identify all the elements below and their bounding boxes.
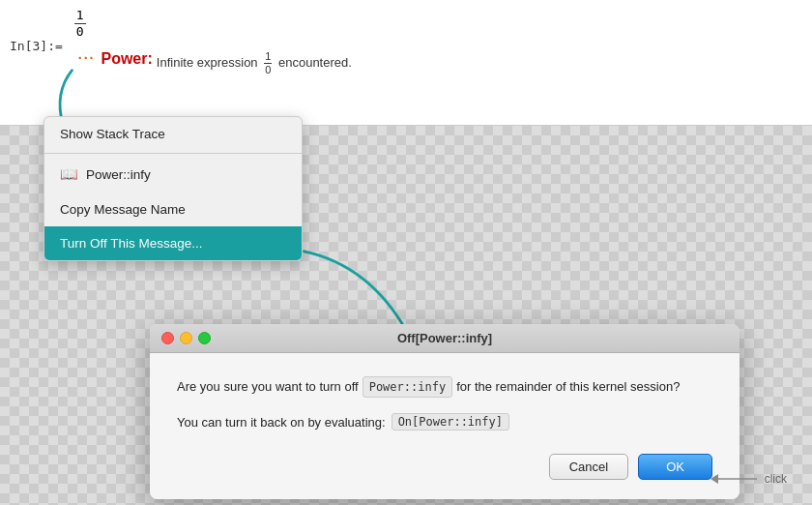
titlebar-buttons bbox=[161, 332, 211, 344]
power-infy-label: Power::infy bbox=[86, 167, 151, 182]
dialog-window: Off[Power::infy] Are you sure you want t… bbox=[150, 324, 740, 499]
minimize-button[interactable] bbox=[180, 332, 192, 344]
svg-marker-3 bbox=[710, 474, 718, 484]
turn-off-message-label: Turn Off This Message... bbox=[60, 236, 203, 251]
cell-input-row: 1 0 bbox=[71, 8, 802, 39]
click-arrow-icon bbox=[710, 470, 759, 488]
menu-item-turn-off-message[interactable]: Turn Off This Message... bbox=[44, 226, 302, 260]
question-code: Power::infy bbox=[362, 376, 452, 398]
click-label: click bbox=[765, 472, 787, 486]
menu-separator bbox=[44, 153, 302, 154]
copy-message-name-label: Copy Message Name bbox=[60, 202, 186, 217]
info-prefix: You can turn it back on by evaluating: bbox=[177, 415, 386, 430]
info-code: On[Power::infy] bbox=[392, 413, 509, 431]
dialog-body: Are you sure you want to turn off Power:… bbox=[150, 353, 740, 499]
question-prefix: Are you sure you want to turn off bbox=[177, 377, 359, 397]
cell-content: 1 0 ··· Power: Infinite expression 1 0 e… bbox=[71, 8, 802, 83]
ok-button[interactable]: OK bbox=[638, 454, 712, 480]
click-hint-area: click bbox=[710, 470, 787, 488]
dialog-question: Are you sure you want to turn off Power:… bbox=[177, 376, 712, 398]
message-text: Infinite expression 1 0 encountered. bbox=[157, 50, 352, 76]
close-button[interactable] bbox=[161, 332, 174, 344]
menu-item-copy-message-name[interactable]: Copy Message Name bbox=[44, 193, 302, 226]
cancel-button[interactable]: Cancel bbox=[549, 454, 628, 480]
show-stack-trace-label: Show Stack Trace bbox=[60, 127, 165, 141]
menu-item-show-stack-trace[interactable]: Show Stack Trace bbox=[44, 117, 302, 151]
cell-fraction: 1 0 bbox=[74, 8, 86, 39]
context-menu: Show Stack Trace 📖 Power::infy Copy Mess… bbox=[44, 116, 303, 261]
dialog-info: You can turn it back on by evaluating: O… bbox=[177, 413, 712, 431]
menu-item-power-infy[interactable]: 📖 Power::infy bbox=[44, 156, 302, 193]
cell-label: In[3]:= bbox=[10, 8, 63, 53]
message-row: ··· Power: Infinite expression 1 0 encou… bbox=[71, 45, 802, 82]
book-icon: 📖 bbox=[60, 165, 78, 183]
dialog-titlebar: Off[Power::infy] bbox=[150, 324, 740, 353]
power-label: Power: bbox=[101, 50, 152, 68]
dialog-buttons: Cancel OK bbox=[177, 454, 712, 480]
dialog-title: Off[Power::infy] bbox=[150, 331, 740, 345]
question-suffix: for the remainder of this kernel session… bbox=[456, 377, 680, 397]
dots-icon: ··· bbox=[78, 50, 96, 66]
notebook-area: In[3]:= 1 0 ··· Power: Infinite expressi… bbox=[0, 0, 812, 126]
maximize-button[interactable] bbox=[198, 332, 211, 344]
